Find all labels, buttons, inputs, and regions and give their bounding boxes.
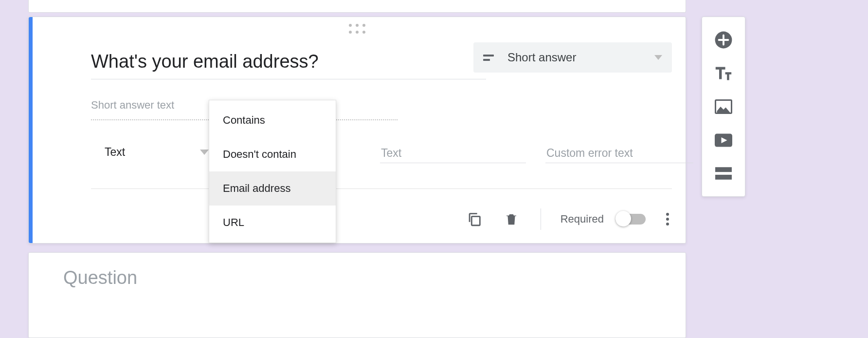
toggle-knob xyxy=(615,211,631,226)
duplicate-button[interactable] xyxy=(465,209,484,229)
required-toggle[interactable] xyxy=(615,214,646,225)
validation-condition-menu: Contains Doesn't contain Email address U… xyxy=(209,100,336,243)
card-accent-bar xyxy=(29,17,33,243)
validation-type-label: Text xyxy=(105,146,200,159)
validation-type-select[interactable]: Text xyxy=(91,133,222,171)
question-title-input[interactable]: What's your email address? xyxy=(91,51,486,79)
validation-value-input[interactable] xyxy=(380,144,526,163)
previous-card-edge xyxy=(28,0,686,13)
validation-error-input[interactable] xyxy=(545,144,693,163)
caret-down-icon xyxy=(200,150,209,155)
question-card-active: What's your email address? Short answer … xyxy=(28,17,686,244)
card-divider xyxy=(91,188,672,189)
validation-row: Text xyxy=(91,133,672,171)
video-icon xyxy=(715,133,732,147)
caret-down-icon xyxy=(654,55,662,60)
svg-rect-0 xyxy=(471,216,480,225)
trash-icon xyxy=(504,211,519,227)
menu-item-contains[interactable]: Contains xyxy=(209,103,336,137)
svg-rect-4 xyxy=(715,168,732,172)
section-icon xyxy=(715,167,732,180)
card-footer: Required xyxy=(91,202,672,236)
menu-item-url[interactable]: URL xyxy=(209,206,336,240)
text-tt-icon xyxy=(715,66,732,80)
question-type-select[interactable]: Short answer xyxy=(473,42,672,73)
plus-circle-icon xyxy=(714,31,733,49)
image-icon xyxy=(715,99,732,114)
footer-divider xyxy=(541,208,541,230)
required-label: Required xyxy=(561,213,604,225)
next-question-placeholder: Question xyxy=(63,267,137,288)
add-question-button[interactable] xyxy=(713,29,734,51)
add-title-button[interactable] xyxy=(713,62,734,84)
add-video-button[interactable] xyxy=(713,130,734,151)
question-card-next[interactable]: Question xyxy=(28,252,686,338)
add-image-button[interactable] xyxy=(713,96,734,117)
short-answer-icon xyxy=(483,55,497,61)
menu-item-doesnt-contain[interactable]: Doesn't contain xyxy=(209,137,336,171)
side-toolbar xyxy=(702,17,745,197)
add-section-button[interactable] xyxy=(713,163,734,184)
question-type-label: Short answer xyxy=(507,51,654,64)
delete-button[interactable] xyxy=(502,209,521,229)
drag-handle-icon[interactable] xyxy=(349,24,365,34)
svg-rect-5 xyxy=(715,175,732,180)
menu-item-email-address[interactable]: Email address xyxy=(209,171,336,206)
copy-icon xyxy=(466,211,483,227)
more-options-button[interactable] xyxy=(663,210,672,228)
